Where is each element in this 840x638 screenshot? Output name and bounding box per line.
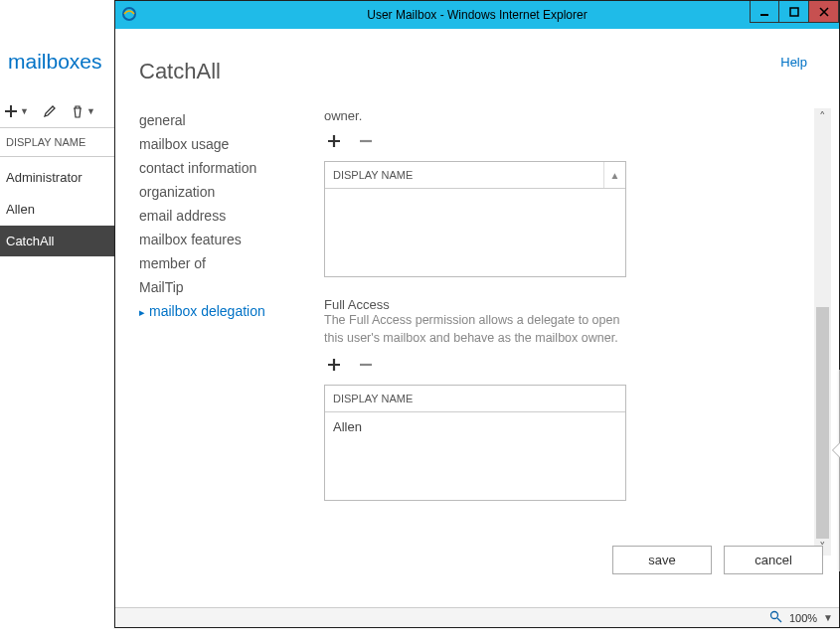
scroll-thumb[interactable] (816, 307, 829, 546)
dialog-window: User Mailbox - Windows Internet Explorer… (114, 0, 840, 628)
delete-button[interactable]: ▼ (71, 104, 95, 118)
side-nav: general mailbox usage contact informatio… (139, 108, 308, 323)
pane-scrollbar[interactable]: ˄ ˅ (814, 108, 831, 556)
owner-add-button[interactable] (324, 131, 344, 151)
fullaccess-title: Full Access (324, 297, 831, 312)
sort-indicator-icon[interactable]: ▲ (603, 162, 625, 188)
fullaccess-desc: The Full Access permission allows a dele… (324, 312, 626, 347)
scroll-up-icon[interactable]: ˄ (814, 108, 831, 125)
parent-toolbar: ▼ ▼ (4, 104, 95, 118)
ie-icon (121, 6, 137, 25)
page-title: CatchAll (139, 59, 831, 84)
titlebar[interactable]: User Mailbox - Windows Internet Explorer (115, 1, 839, 29)
content-area: general mailbox usage contact informatio… (139, 108, 831, 556)
nav-organization[interactable]: organization (139, 180, 308, 204)
dialog-body: Help CatchAll general mailbox usage cont… (115, 29, 839, 627)
nav-contact-information[interactable]: contact information (139, 156, 308, 180)
owner-rows (325, 189, 625, 276)
new-button[interactable]: ▼ (4, 104, 29, 118)
mailbox-row-selected[interactable]: CatchAll (0, 226, 114, 256)
owner-addremove (324, 131, 831, 151)
nav-email-address[interactable]: email address (139, 204, 308, 228)
nav-member-of[interactable]: member of (139, 251, 308, 275)
fullaccess-list[interactable]: DISPLAY NAME Allen (324, 385, 626, 501)
chevron-down-icon: ▼ (86, 106, 95, 116)
delegation-pane: owner. DISPLAY NAME ▲ Full Access The Fu… (324, 108, 831, 556)
parent-title: mailboxes g (8, 50, 131, 74)
chevron-down-icon: ▼ (20, 106, 29, 116)
owner-list[interactable]: DISPLAY NAME ▲ (324, 161, 626, 277)
list-item[interactable]: Allen (325, 412, 625, 441)
fullaccess-remove-button[interactable] (356, 355, 376, 375)
save-button[interactable]: save (612, 546, 712, 574)
zoom-level[interactable]: 100% (789, 612, 817, 624)
owner-remove-button[interactable] (356, 131, 376, 151)
window-buttons (750, 1, 839, 24)
help-link[interactable]: Help (780, 55, 807, 70)
owner-label: owner. (324, 108, 831, 123)
minimize-button[interactable] (750, 1, 779, 23)
zoom-icon[interactable] (769, 610, 783, 626)
nav-mailbox-usage[interactable]: mailbox usage (139, 132, 308, 156)
owner-column-header[interactable]: DISPLAY NAME (325, 162, 603, 188)
nav-mailtip[interactable]: MailTip (139, 275, 308, 299)
dialog-footer: save cancel (133, 540, 823, 579)
fullaccess-addremove (324, 355, 831, 375)
mailbox-row[interactable]: Administrator (0, 162, 114, 193)
nav-general[interactable]: general (139, 108, 308, 132)
maximize-button[interactable] (779, 1, 809, 23)
nav-mailbox-features[interactable]: mailbox features (139, 228, 308, 251)
chevron-down-icon[interactable]: ▼ (823, 612, 833, 623)
edit-button[interactable] (43, 104, 57, 118)
close-button[interactable] (809, 1, 839, 23)
window-title: User Mailbox - Windows Internet Explorer (115, 8, 839, 22)
parent-column-header[interactable]: DISPLAY NAME (0, 127, 114, 157)
cancel-button[interactable]: cancel (724, 546, 823, 574)
mailboxes-heading[interactable]: mailboxes (8, 50, 102, 73)
fullaccess-rows: Allen (325, 412, 625, 500)
mailbox-row[interactable]: Allen (0, 194, 114, 225)
svg-rect-2 (790, 8, 798, 16)
fullaccess-add-button[interactable] (324, 355, 344, 375)
svg-rect-1 (760, 14, 768, 16)
nav-mailbox-delegation[interactable]: mailbox delegation (139, 299, 308, 323)
ie-statusbar: 100% ▼ (115, 607, 839, 627)
svg-point-3 (770, 611, 777, 618)
fullaccess-column-header[interactable]: DISPLAY NAME (325, 386, 625, 411)
